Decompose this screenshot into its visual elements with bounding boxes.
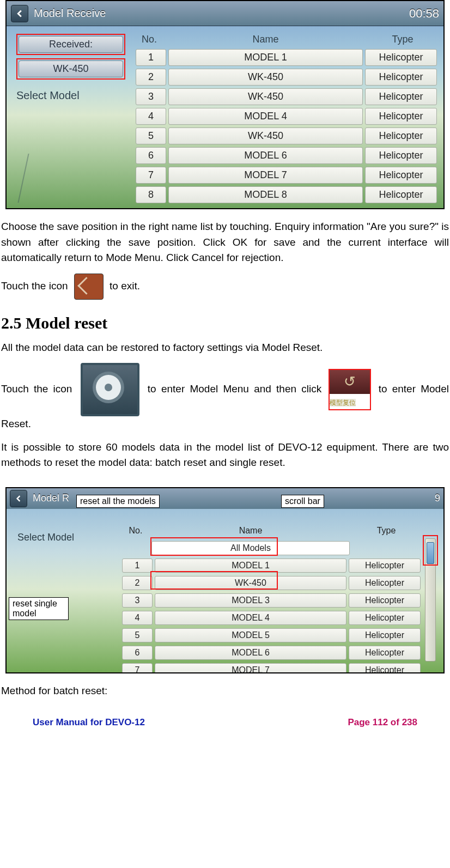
table-row[interactable]: 3MODEL 3Helicopter	[121, 592, 422, 609]
highlight-all-models	[150, 537, 278, 556]
back-arrow-icon	[15, 495, 22, 502]
table-row[interactable]: 5MODEL 5Helicopter	[121, 627, 422, 644]
paragraph-enter-reset: Touch the icon to enter Model Menu and t…	[1, 363, 449, 432]
footer-right: Page 112 of 238	[348, 717, 417, 728]
model-list-table: No. Name Type 1MODEL 1Helicopter 2WK-450…	[135, 31, 438, 204]
side-panel: Received: WK-450 Select Model	[16, 34, 125, 102]
table-row[interactable]: 5WK-450Helicopter	[135, 126, 438, 145]
screen-title-2: Model R	[33, 493, 69, 504]
table-row[interactable]: 4MODEL 4Helicopter	[121, 609, 422, 627]
table-row[interactable]: 3WK-450Helicopter	[135, 87, 438, 106]
select-model-label-2: Select Model	[17, 532, 74, 543]
col-header-type-2: Type	[351, 526, 422, 536]
page-footer: User Manual for DEVO-12 Page 112 of 238	[0, 706, 450, 728]
gear-icon	[81, 363, 139, 416]
select-model-label: Select Model	[16, 89, 125, 102]
paragraph-touch-exit: Touch the icon to exit.	[1, 274, 449, 300]
model-reset-icon: ↺ 模型复位	[329, 369, 371, 411]
heading-model-reset: 2.5 Model reset	[1, 314, 449, 332]
back-button-2[interactable]	[10, 490, 27, 507]
back-button[interactable]	[11, 5, 28, 22]
received-value: WK-450	[19, 60, 123, 77]
highlight-scrollbar	[423, 535, 438, 566]
highlight-single-model	[150, 571, 278, 590]
antenna-graphic	[17, 154, 72, 203]
document-page: Model Receive 00:58 Received: WK-450 Sel…	[0, 0, 450, 739]
title-bar: Model Receive 00:58	[7, 1, 443, 26]
reset-icon-caption: 模型复位	[330, 399, 356, 406]
footer-left: User Manual for DEVO-12	[33, 717, 145, 728]
paragraph-reset-intro: All the model data can be restored to fa…	[1, 340, 449, 356]
callout-reset-single: reset single model	[9, 597, 69, 620]
device-screen: Model Receive 00:58 Received: WK-450 Sel…	[7, 1, 443, 208]
received-label: Received:	[19, 36, 123, 53]
screenshot-model-receive: Model Receive 00:58 Received: WK-450 Sel…	[5, 0, 445, 209]
paragraph-60-models: It is possible to store 60 models data i…	[1, 440, 449, 471]
exit-icon	[74, 274, 104, 300]
table-row[interactable]: 2WK-450Helicopter	[135, 67, 438, 87]
table-row[interactable]: 6MODEL 6Helicopter	[135, 145, 438, 165]
table-row[interactable]: 6MODEL 6Helicopter	[121, 644, 422, 661]
clock-2: 9	[435, 493, 440, 504]
table-row[interactable]: 8MODEL 8Helicopter	[135, 185, 438, 204]
paragraph-batch-method: Method for batch reset:	[1, 683, 449, 699]
screenshot-model-reset: Model R 9 Select Model reset all the mod…	[5, 487, 445, 673]
reset-arrow-icon: ↺	[330, 370, 370, 394]
back-arrow-icon	[16, 10, 23, 17]
device-screen-2: Model R 9 Select Model reset all the mod…	[7, 488, 443, 672]
clock-display: 00:58	[409, 7, 439, 21]
title-bar-2: Model R 9	[7, 488, 443, 509]
table-row[interactable]: 1MODEL 1Helicopter	[135, 47, 438, 67]
col-header-no-2: No.	[121, 526, 150, 536]
callout-reset-all: reset all the models	[76, 495, 160, 508]
table-row[interactable]: 4MODEL 4Helicopter	[135, 106, 438, 126]
col-header-name-2: Name	[150, 526, 351, 536]
col-header-name: Name	[164, 34, 367, 45]
table-row[interactable]: 7MODEL 7Helicopter	[135, 165, 438, 185]
paragraph-choose-save: Choose the save position in the right na…	[1, 219, 449, 266]
table-row[interactable]: 7MODEL 7Helicopter	[121, 661, 422, 672]
col-header-type: Type	[367, 34, 438, 45]
screen-title: Model Receive	[34, 7, 106, 20]
col-header-no: No.	[135, 34, 164, 45]
callout-scrollbar: scroll bar	[281, 495, 324, 508]
